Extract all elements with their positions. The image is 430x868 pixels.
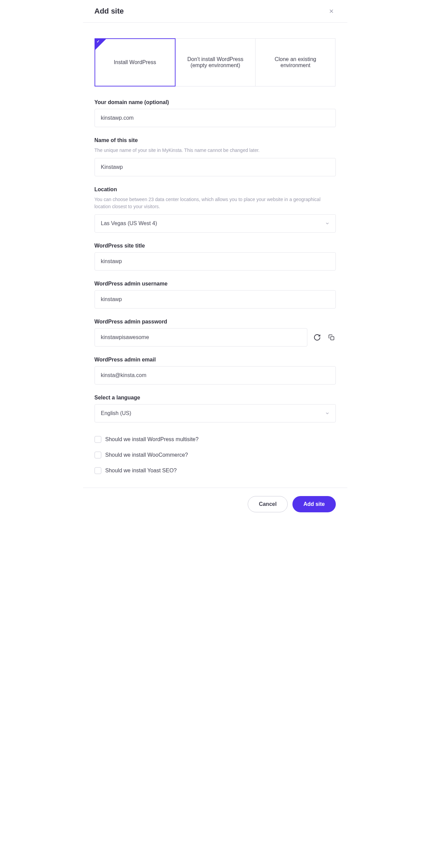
site-name-label: Name of this site <box>95 137 336 143</box>
option-empty-environment[interactable]: Don't install WordPress (empty environme… <box>176 38 255 86</box>
yoast-checkbox[interactable] <box>95 467 101 474</box>
woocommerce-checkbox-group[interactable]: Should we install WooCommerce? <box>95 452 336 458</box>
admin-password-group: WordPress admin password <box>95 319 336 347</box>
site-name-input[interactable] <box>95 158 336 176</box>
cancel-button[interactable]: Cancel <box>248 496 288 512</box>
regenerate-password-button[interactable] <box>312 332 322 342</box>
site-name-hint: The unique name of your site in MyKinsta… <box>95 147 336 154</box>
language-select[interactable] <box>95 404 336 422</box>
domain-group: Your domain name (optional) <box>95 99 336 127</box>
admin-email-input[interactable] <box>95 366 336 384</box>
domain-input[interactable] <box>95 109 336 127</box>
option-label: Don't install WordPress (empty environme… <box>182 56 248 68</box>
site-title-input[interactable] <box>95 252 336 271</box>
yoast-label: Should we install Yoast SEO? <box>105 468 177 474</box>
copy-icon <box>328 334 334 340</box>
install-options: Should we install WordPress multisite? S… <box>95 436 336 474</box>
language-group: Select a language <box>95 395 336 422</box>
admin-password-input[interactable] <box>95 328 307 347</box>
close-icon <box>328 8 334 14</box>
modal-body: Install WordPress Don't install WordPres… <box>83 23 347 488</box>
domain-label: Your domain name (optional) <box>95 99 336 105</box>
multisite-checkbox[interactable] <box>95 436 101 443</box>
add-site-modal: Add site Install WordPress Don't install… <box>83 0 347 520</box>
option-clone-environment[interactable]: Clone an existing environment <box>255 38 335 86</box>
modal-footer: Cancel Add site <box>83 488 347 520</box>
option-label: Clone an existing environment <box>262 56 328 68</box>
location-group: Location You can choose between 23 data … <box>95 186 336 233</box>
add-site-button[interactable]: Add site <box>292 496 335 512</box>
modal-header: Add site <box>83 0 347 23</box>
yoast-checkbox-group[interactable]: Should we install Yoast SEO? <box>95 467 336 474</box>
modal-title: Add site <box>95 7 124 16</box>
woocommerce-checkbox[interactable] <box>95 452 101 458</box>
language-label: Select a language <box>95 395 336 401</box>
location-select[interactable] <box>95 214 336 233</box>
close-button[interactable] <box>327 7 336 16</box>
multisite-label: Should we install WordPress multisite? <box>105 436 199 442</box>
location-label: Location <box>95 186 336 193</box>
location-hint: You can choose between 23 data center lo… <box>95 196 336 210</box>
woocommerce-label: Should we install WooCommerce? <box>105 452 188 458</box>
admin-email-label: WordPress admin email <box>95 357 336 363</box>
admin-username-group: WordPress admin username <box>95 281 336 309</box>
admin-username-input[interactable] <box>95 290 336 309</box>
site-title-group: WordPress site title <box>95 243 336 271</box>
admin-username-label: WordPress admin username <box>95 281 336 287</box>
site-name-group: Name of this site The unique name of you… <box>95 137 336 176</box>
refresh-icon <box>313 334 321 341</box>
multisite-checkbox-group[interactable]: Should we install WordPress multisite? <box>95 436 336 443</box>
admin-password-label: WordPress admin password <box>95 319 336 325</box>
copy-password-button[interactable] <box>327 333 336 342</box>
option-install-wordpress[interactable]: Install WordPress <box>95 38 176 86</box>
install-option-cards: Install WordPress Don't install WordPres… <box>95 38 336 86</box>
svg-rect-2 <box>330 337 334 340</box>
admin-email-group: WordPress admin email <box>95 357 336 384</box>
site-title-label: WordPress site title <box>95 243 336 249</box>
option-label: Install WordPress <box>114 59 156 65</box>
